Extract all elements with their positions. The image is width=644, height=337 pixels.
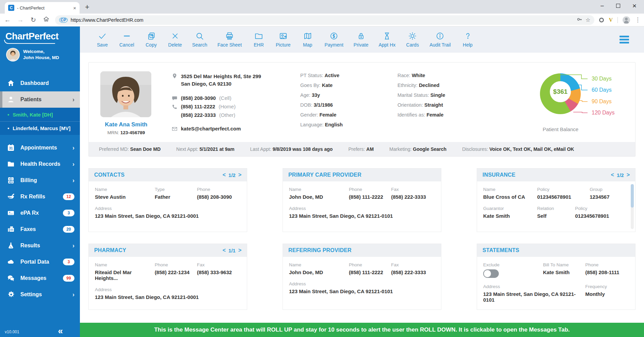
location-pin-icon <box>172 73 177 79</box>
pager-prev-icon[interactable]: < <box>222 247 225 253</box>
scrollbar-thumb[interactable] <box>631 184 634 208</box>
patient-address-line1: 3525 Del Mar Heights Rd, Ste 299 <box>181 73 261 80</box>
sidebar-item-dashboard[interactable]: Dashboard <box>0 75 80 91</box>
url-bar[interactable]: CP https://www.ChartPerfectEHR.com ☆ <box>55 15 594 25</box>
window-close-icon[interactable]: × <box>632 2 637 10</box>
picture-button[interactable]: Picture <box>276 32 291 48</box>
sidebar-item-settings[interactable]: Settings › <box>0 286 80 303</box>
browser-profile-avatar[interactable] <box>623 16 630 24</box>
sidebar-item-health-records[interactable]: Health Records › <box>0 156 80 172</box>
patient-address-line2: San Diego, CA 92130 <box>181 80 261 88</box>
statements-address: 123 Main Street, San Diego, CA 92121-010… <box>483 291 585 303</box>
sidebar-item-results[interactable]: Results › <box>0 237 80 254</box>
patient-name-link[interactable]: Kate Ana Smith <box>100 121 152 128</box>
patient-mrn: MRN: 123-456789 <box>100 130 152 135</box>
back-icon[interactable]: ← <box>3 16 12 24</box>
extension-circle-icon[interactable] <box>599 18 604 22</box>
bookmark-star-icon[interactable]: ☆ <box>586 17 590 23</box>
referring-fax: (858) 222-3333 <box>391 269 435 275</box>
pcp-phone: (858) 111-2222 <box>349 194 391 200</box>
exclude-toggle[interactable] <box>483 269 499 278</box>
insurance-group: 1234567 <box>590 194 629 200</box>
sidebar-collapse-icon[interactable]: « <box>58 326 63 336</box>
sidebar-item-rx-refills[interactable]: Rx Rx Refills 12 <box>0 189 80 205</box>
reload-icon[interactable]: ↻ <box>29 16 37 24</box>
patient-list-item-active[interactable]: • Smith, Kate [DH] <box>0 108 80 121</box>
help-button[interactable]: Help <box>461 32 475 48</box>
patient-list-item[interactable]: • Linderfeld, Marcus [MV] <box>0 121 80 135</box>
window-maximize-icon[interactable] <box>616 4 620 8</box>
extension-v-icon[interactable]: V <box>609 17 613 23</box>
dollar-circle-icon <box>329 32 338 40</box>
legend-90-days: 90 Days <box>592 99 612 105</box>
browser-tab[interactable]: C - ChartPerfect × <box>5 2 80 14</box>
cards-button[interactable]: Cards <box>406 32 419 48</box>
sidebar-item-messages[interactable]: Messages 99 <box>0 270 80 286</box>
map-button[interactable]: Map <box>301 32 315 48</box>
tab-close-icon[interactable]: × <box>73 5 76 11</box>
message-center-bar[interactable]: This is the Message Center area that wil… <box>80 323 644 337</box>
pcp-name: John Doe, MD <box>289 194 349 200</box>
card-title: CONTACTS <box>94 172 124 178</box>
chart-title: Patient Balance <box>543 126 625 132</box>
audit-trail-button[interactable]: Audit Trail <box>429 32 451 48</box>
folder-icon <box>7 160 15 168</box>
pager-prev-icon[interactable]: < <box>611 172 614 178</box>
contact-address: 123 Main Street, San Diego, CA 92121-000… <box>95 213 241 219</box>
password-key-icon[interactable] <box>576 16 582 24</box>
folder-icon <box>254 32 263 40</box>
search-button[interactable]: Search <box>192 32 207 48</box>
question-icon <box>463 32 472 40</box>
chevron-right-icon: › <box>72 291 74 298</box>
map-icon <box>303 32 312 40</box>
pager-next-icon[interactable]: > <box>627 172 630 178</box>
divider <box>617 17 618 23</box>
browser-home-icon[interactable] <box>42 16 50 24</box>
patient-summary-strip: Preferred MD: Sean Doe MD Next Appt: 5/1… <box>89 142 635 156</box>
contact-name: Steve Austin <box>95 194 155 200</box>
face-sheet-button[interactable]: Face Sheet <box>217 32 242 48</box>
patient-contact-info: 3525 Del Mar Heights Rd, Ste 299 San Die… <box>172 71 270 135</box>
private-button[interactable]: Private <box>354 32 369 48</box>
sidebar-item-faxes[interactable]: Faxes 20 <box>0 221 80 237</box>
new-tab-button[interactable]: + <box>85 3 89 12</box>
copy-button[interactable]: Copy <box>145 32 158 48</box>
appt-hx-button[interactable]: Appt Hx <box>378 32 395 48</box>
sidebar-item-epa-rx[interactable]: ePA Rx 3 <box>0 205 80 221</box>
search-icon <box>195 32 204 40</box>
chevron-right-icon: › <box>72 144 74 152</box>
forward-icon[interactable]: → <box>16 16 24 24</box>
pharmacy-fax: (858) 333-9632 <box>197 269 241 275</box>
sidebar-item-patients[interactable]: Patients › <box>0 91 80 108</box>
window-minimize-icon[interactable]: – <box>600 2 604 9</box>
sidebar-item-billing[interactable]: Billing › <box>0 172 80 189</box>
pager-count: 1/2 <box>617 172 624 178</box>
pager-count: 1/2 <box>228 172 236 178</box>
insurance-scrollbar[interactable] <box>631 184 634 229</box>
save-button[interactable]: Save <box>96 32 109 48</box>
pager-next-icon[interactable]: > <box>238 247 241 253</box>
delete-button[interactable]: Delete <box>168 32 182 48</box>
faxes-badge: 20 <box>63 226 74 233</box>
hamburger-menu-icon[interactable] <box>620 36 629 43</box>
user-avatar <box>6 48 20 61</box>
legend-30-days: 30 Days <box>592 76 612 82</box>
welcome-text: Welcome, <box>23 49 59 55</box>
url-text[interactable]: https://www.ChartPerfectEHR.com <box>71 17 573 23</box>
gear-icon <box>7 290 15 299</box>
insurance-guarantor-policy: 012345678901 <box>575 213 629 219</box>
card-title: STATEMENTS <box>482 247 519 253</box>
patient-photo <box>100 71 151 117</box>
ehr-button[interactable]: EHR <box>252 32 266 48</box>
sidebar-item-portal-data[interactable]: Portal Data 3 <box>0 254 80 270</box>
patient-phone-home: (858) 111-2222 <box>181 104 215 109</box>
sidebar-item-appointments[interactable]: 31 Appointments › <box>0 140 80 156</box>
browser-menu-icon[interactable]: ⋮ <box>635 16 641 23</box>
browser-navbar: ← → ↻ CP https://www.ChartPerfectEHR.com… <box>0 14 644 26</box>
pager-next-icon[interactable]: > <box>238 172 241 178</box>
payment-button[interactable]: Payment <box>325 32 343 48</box>
browser-tab-strip: C - ChartPerfect × + – × <box>0 0 644 14</box>
pager-prev-icon[interactable]: < <box>222 172 225 178</box>
cancel-button[interactable]: Cancel <box>119 32 134 48</box>
messages-badge: 99 <box>63 275 74 282</box>
